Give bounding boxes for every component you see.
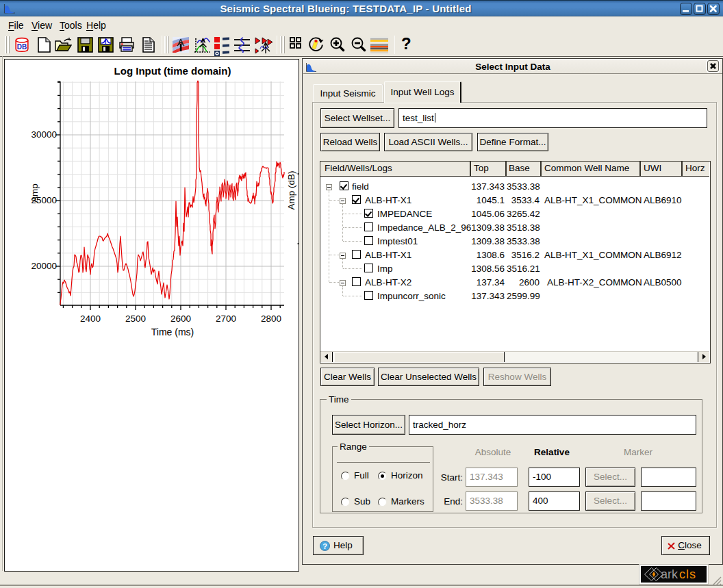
svg-text:2600: 2600 [170,314,190,324]
svg-text:30000: 30000 [31,129,57,140]
svg-text:ark: ark [661,567,678,581]
svg-text:Amp (dB): Amp (dB) [286,170,296,209]
svg-text:?: ? [322,542,327,550]
svg-text:Time (ms): Time (ms) [151,327,193,337]
svg-text:2400: 2400 [79,314,100,324]
svg-text:DB: DB [17,43,27,51]
svg-text:20000: 20000 [31,261,57,271]
svg-text:2500: 2500 [125,314,145,324]
svg-text:2800: 2800 [260,314,281,324]
svg-text:Amp: Amp [29,183,40,203]
svg-text:Log Input (time domain): Log Input (time domain) [114,65,231,77]
svg-text:2700: 2700 [215,314,236,324]
svg-text:cls: cls [679,567,696,581]
